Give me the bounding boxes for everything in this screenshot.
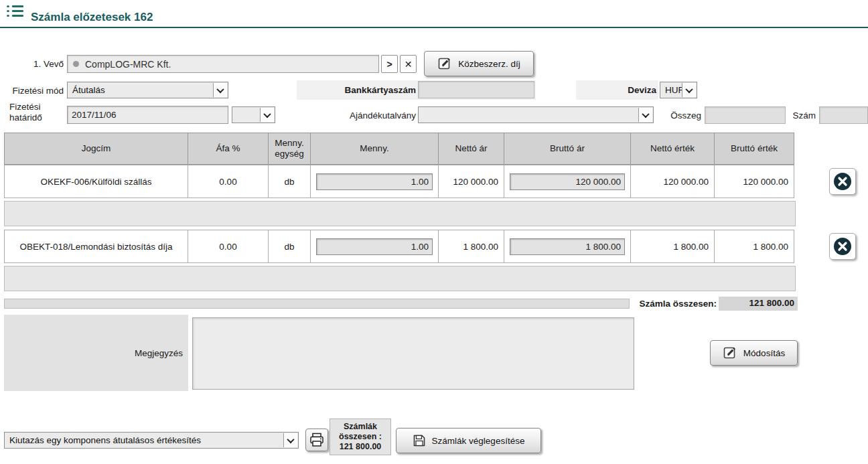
items-table-header: Jogcím Áfa % Menny. egység Menny. Nettó … — [4, 133, 794, 165]
customer-value: CompLOG-MRC Kft. — [85, 59, 171, 70]
customer-clear-button[interactable]: ✕ — [400, 55, 417, 73]
save-icon — [413, 434, 426, 447]
number-input[interactable] — [819, 106, 868, 124]
delete-row-button[interactable] — [829, 233, 856, 260]
cell-menny — [310, 165, 439, 198]
cell-brutto-ar — [504, 230, 631, 263]
header-afa: Áfa % — [188, 133, 269, 165]
comment-textarea[interactable] — [192, 317, 634, 390]
modify-button[interactable]: Módosítás — [710, 340, 798, 366]
bankcard-number-label: Bankkártyaszám — [297, 85, 416, 95]
header-brutto-ertek: Bruttó érték — [714, 133, 794, 165]
report-type-value: Kiutazás egy komponens átutalásos értéke… — [9, 435, 201, 445]
customer-open-button[interactable]: > — [381, 55, 398, 73]
payment-method-value: Átutalás — [72, 85, 105, 95]
cell-jogcim: OKEKF-006/Külföldi szállás — [4, 165, 188, 198]
amount-input[interactable] — [705, 106, 786, 124]
row-comment-bar[interactable] — [4, 266, 796, 291]
row-comment-bar[interactable] — [4, 201, 796, 226]
bankcard-number-input[interactable] — [418, 81, 534, 98]
table-row: OKEKF-006/Külföldi szállás 0.00 db 120 0… — [4, 165, 794, 198]
public-procurement-fee-button[interactable]: Közbeszerz. díj — [424, 51, 534, 76]
menu-icon[interactable] — [5, 5, 24, 21]
cell-brutto-ertek: 120 000.00 — [714, 165, 794, 198]
currency-label: Deviza — [576, 85, 656, 95]
quantity-input[interactable] — [316, 238, 433, 255]
header-netto-ertek: Nettó érték — [630, 133, 715, 165]
customer-combo[interactable]: CompLOG-MRC Kft. — [67, 55, 379, 73]
printer-icon — [309, 432, 325, 448]
edit-icon — [723, 345, 737, 360]
invoice-preview-page: Számla előzetesek 162 1. Vevő CompLOG-MR… — [0, 0, 868, 464]
cell-menny — [310, 230, 439, 263]
amount-label: Összeg — [667, 110, 701, 121]
invoice-total-value: 121 800.00 — [719, 297, 798, 311]
currency-select[interactable]: HUF — [660, 82, 697, 98]
payment-deadline-input[interactable] — [67, 106, 228, 124]
gross-price-input[interactable] — [510, 238, 625, 255]
page-title: Számla előzetesek 162 — [31, 11, 153, 24]
currency-value: HUF — [665, 85, 684, 95]
print-button[interactable] — [305, 429, 328, 451]
edit-icon — [437, 56, 452, 71]
header-menny: Menny. — [310, 133, 439, 165]
cell-jogcim: OBEKT-018/Lemondási biztosítás díja — [4, 230, 188, 263]
total-spacer-bar — [4, 299, 630, 309]
header-brutto-ar: Bruttó ár — [504, 133, 631, 165]
invoices-total-line: összesen : — [339, 432, 382, 442]
cell-egyseg: db — [268, 230, 311, 263]
invoices-total-box: Számlák összesen : 121 800.00 — [330, 418, 391, 455]
number-label: Szám — [789, 110, 816, 121]
gift-voucher-select[interactable] — [418, 106, 654, 123]
cell-netto-ar: 120 000.00 — [438, 165, 504, 198]
comment-label-box: Megjegyzés — [4, 315, 188, 391]
header-menny-egyseg: Menny. egység — [268, 133, 311, 165]
gross-price-input[interactable] — [510, 173, 625, 190]
chevron-down-icon — [213, 83, 227, 97]
header-netto-ar: Nettó ár — [438, 133, 504, 165]
chevron-down-icon — [682, 83, 696, 97]
deadline-extra-select[interactable] — [232, 106, 275, 123]
cell-netto-ar: 1 800.00 — [438, 230, 504, 263]
chevron-down-icon — [638, 108, 652, 122]
table-row: OBEKT-018/Lemondási biztosítás díja 0.00… — [4, 230, 794, 263]
quantity-input[interactable] — [316, 173, 433, 190]
payment-deadline-label: Fizetési határidő — [9, 102, 66, 123]
cell-netto-ertek: 120 000.00 — [630, 165, 715, 198]
finalize-invoices-button[interactable]: Számlák véglegesítése — [396, 428, 541, 453]
x-circle-icon — [833, 237, 852, 256]
payment-method-label: Fizetési mód — [0, 86, 64, 96]
cell-afa: 0.00 — [188, 165, 269, 198]
finalize-invoices-label: Számlák véglegesítése — [432, 436, 525, 446]
modify-button-label: Módosítás — [743, 348, 785, 358]
header-divider — [0, 27, 868, 28]
cell-egyseg: db — [268, 165, 311, 198]
x-circle-icon — [833, 172, 852, 191]
invoice-total-label: Számla összesen: — [628, 299, 717, 309]
customer-label: 1. Vevő — [0, 59, 64, 69]
invoices-total-line: Számlák — [344, 422, 377, 432]
header-jogcim: Jogcím — [4, 133, 188, 165]
comment-label: Megjegyzés — [135, 348, 183, 358]
cell-brutto-ar — [504, 165, 631, 198]
chevron-down-icon — [283, 433, 297, 447]
cell-afa: 0.00 — [188, 230, 269, 263]
payment-method-select[interactable]: Átutalás — [67, 82, 228, 98]
cell-brutto-ertek: 1 800.00 — [714, 230, 794, 263]
report-type-select[interactable]: Kiutazás egy komponens átutalásos értéke… — [4, 432, 299, 449]
gift-voucher-label: Ajándékutalvány — [297, 110, 416, 121]
cell-netto-ertek: 1 800.00 — [630, 230, 715, 263]
invoices-total-line: 121 800.00 — [340, 442, 382, 452]
bullet-icon — [73, 61, 79, 67]
public-procurement-fee-label: Közbeszerz. díj — [458, 59, 520, 69]
delete-row-button[interactable] — [829, 168, 856, 195]
chevron-down-icon — [260, 108, 274, 122]
